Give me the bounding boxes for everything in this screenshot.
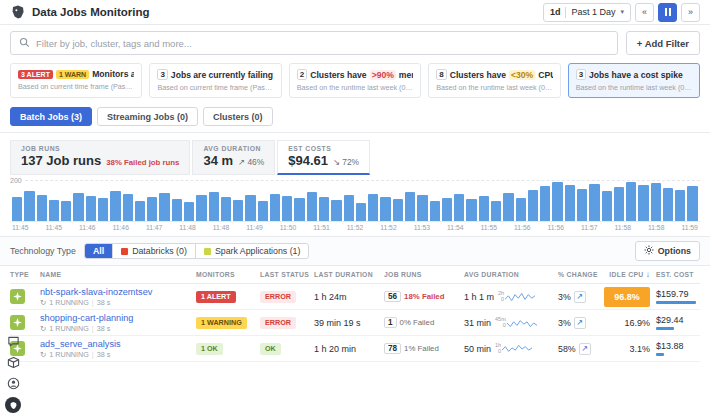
metric-job-runs[interactable]: JOB RUNS 137 Job runs 38% Failed job run… xyxy=(10,140,190,175)
metric-est-costs[interactable]: EST COSTS $94.61 ↘ 72% xyxy=(277,140,370,175)
chart-bar[interactable] xyxy=(196,195,206,221)
chart-bar[interactable] xyxy=(73,193,83,221)
chart-bar[interactable] xyxy=(528,190,538,221)
chart-bar[interactable] xyxy=(123,194,133,221)
monitor-badge[interactable]: 1 OK xyxy=(196,343,223,355)
chart-bar[interactable] xyxy=(110,191,120,221)
chart-bar[interactable] xyxy=(61,201,71,221)
chart-bar[interactable] xyxy=(233,200,243,221)
chart-bar[interactable] xyxy=(356,203,366,221)
chart-bar[interactable] xyxy=(147,197,157,221)
job-name-link[interactable]: ads_serve_analysis xyxy=(40,339,190,349)
chart-bar[interactable] xyxy=(307,192,317,221)
card-monitors-alerting[interactable]: 3 ALERT 1 WARN Monitors alerting Based o… xyxy=(10,63,142,98)
tab-streaming-jobs[interactable]: Streaming Jobs (0) xyxy=(97,107,198,126)
chart-bar[interactable] xyxy=(282,196,292,221)
chart-bar[interactable] xyxy=(159,193,169,221)
metric-avg-duration[interactable]: AVG DURATION 34 m ↗ 46% xyxy=(192,140,275,175)
tab-clusters[interactable]: Clusters (0) xyxy=(203,107,273,126)
chart-bar[interactable] xyxy=(49,200,59,221)
chart-bar[interactable] xyxy=(380,197,390,221)
pause-button[interactable] xyxy=(658,3,677,22)
col-monitors[interactable]: MONITORS xyxy=(196,271,260,278)
time-range-selector[interactable]: 1d Past 1 Day ▾ xyxy=(543,3,631,22)
chart-bar[interactable] xyxy=(184,202,194,221)
chart-bar[interactable] xyxy=(454,194,464,221)
col-type[interactable]: TYPE xyxy=(10,271,40,278)
chart-bar[interactable] xyxy=(479,196,489,221)
col-last-duration[interactable]: LAST DURATION xyxy=(314,271,384,278)
search-input[interactable] xyxy=(36,38,609,49)
chart-bar[interactable] xyxy=(565,185,575,221)
chart-bar[interactable] xyxy=(344,195,354,221)
chart-bar[interactable] xyxy=(638,185,648,221)
user-circle-icon[interactable] xyxy=(6,376,20,390)
chart-bar[interactable] xyxy=(221,197,231,221)
job-name-link[interactable]: nbt-spark-slava-inozemtsev xyxy=(40,287,190,297)
chart-bar[interactable] xyxy=(651,183,661,221)
table-row[interactable]: nbt-spark-slava-inozemtsev ↻ 1 RUNNING |… xyxy=(10,284,700,310)
chart-bar[interactable] xyxy=(368,194,378,221)
chart-bar[interactable] xyxy=(663,188,673,221)
card-jobs-failing[interactable]: 3 Jobs are currently failing Based on cu… xyxy=(149,63,281,98)
col-last-status[interactable]: LAST STATUS xyxy=(260,271,314,278)
chart-bar[interactable] xyxy=(270,194,280,221)
chart-bar[interactable] xyxy=(552,182,562,221)
chart-bar[interactable] xyxy=(466,199,476,221)
table-row[interactable]: shopping-cart-planning ↻ 1 RUNNING | 38 … xyxy=(10,310,700,336)
chart-bar[interactable] xyxy=(417,195,427,221)
chart-bar[interactable] xyxy=(12,197,22,221)
options-button[interactable]: Options xyxy=(635,241,700,261)
chart-bar[interactable] xyxy=(258,201,268,221)
search-box[interactable] xyxy=(10,31,618,55)
chart-bar[interactable] xyxy=(86,196,96,221)
monitor-badge[interactable]: 1 ALERT xyxy=(196,291,236,303)
chart-bar[interactable] xyxy=(577,189,587,221)
skip-forward-button[interactable]: » xyxy=(681,3,700,22)
col-name[interactable]: NAME xyxy=(40,271,196,278)
card-cpu-utilization[interactable]: 8 Clusters have <30% CPU utilization Bas… xyxy=(428,63,560,98)
chart-bar[interactable] xyxy=(331,200,341,221)
chat-bubble-icon[interactable] xyxy=(6,334,20,348)
skip-back-button[interactable]: « xyxy=(635,3,654,22)
col-est-cost[interactable]: EST. COST xyxy=(656,271,700,278)
chart-bar[interactable] xyxy=(405,192,415,221)
chart-bar[interactable] xyxy=(516,198,526,221)
chart-bar[interactable] xyxy=(209,192,219,221)
chart-bar[interactable] xyxy=(294,198,304,221)
chart-bar[interactable] xyxy=(442,198,452,221)
filter-all[interactable]: All xyxy=(85,244,112,258)
chart-bar[interactable] xyxy=(393,199,403,221)
job-name-link[interactable]: shopping-cart-planning xyxy=(40,313,190,323)
col-change[interactable]: % CHANGE xyxy=(558,271,604,278)
filter-databricks[interactable]: Databricks (0) xyxy=(112,244,195,258)
col-idle-cpu[interactable]: IDLE CPU ↓ xyxy=(604,270,656,279)
chart-bar[interactable] xyxy=(491,201,501,221)
chart-bar[interactable] xyxy=(135,201,145,222)
chart-bar[interactable] xyxy=(589,184,599,221)
filter-spark-applications[interactable]: Spark Applications (1) xyxy=(195,244,309,258)
chart-bar[interactable] xyxy=(602,191,612,221)
user-avatar[interactable] xyxy=(5,397,21,413)
table-row[interactable]: ads_serve_analysis ↻ 1 RUNNING | 38 s 1 … xyxy=(10,336,700,362)
col-avg-duration[interactable]: AVG DURATION xyxy=(464,271,558,278)
chart-bar[interactable] xyxy=(675,190,685,221)
chart-bar[interactable] xyxy=(245,195,255,221)
chart-bar[interactable] xyxy=(24,191,34,221)
card-memory-usage[interactable]: 2 Clusters have >90% memory usage Based … xyxy=(289,63,421,98)
col-job-runs[interactable]: JOB RUNS xyxy=(384,271,464,278)
chart-bar[interactable] xyxy=(503,193,513,221)
chart-bar[interactable] xyxy=(37,195,47,221)
chart-bar[interactable] xyxy=(430,201,440,221)
chart-bar[interactable] xyxy=(98,198,108,221)
card-cost-spike[interactable]: 3 Jobs have a cost spike Based on the ru… xyxy=(568,63,700,98)
chart-bar[interactable] xyxy=(614,187,624,221)
package-icon[interactable] xyxy=(6,355,20,369)
chart-bar[interactable] xyxy=(687,186,697,221)
chart-bar[interactable] xyxy=(319,197,329,221)
chart-bar[interactable] xyxy=(172,199,182,221)
tab-batch-jobs[interactable]: Batch Jobs (3) xyxy=(10,107,92,126)
chart-bar[interactable] xyxy=(540,186,550,221)
chart-bar[interactable] xyxy=(626,182,636,221)
add-filter-button[interactable]: + Add Filter xyxy=(626,31,700,55)
